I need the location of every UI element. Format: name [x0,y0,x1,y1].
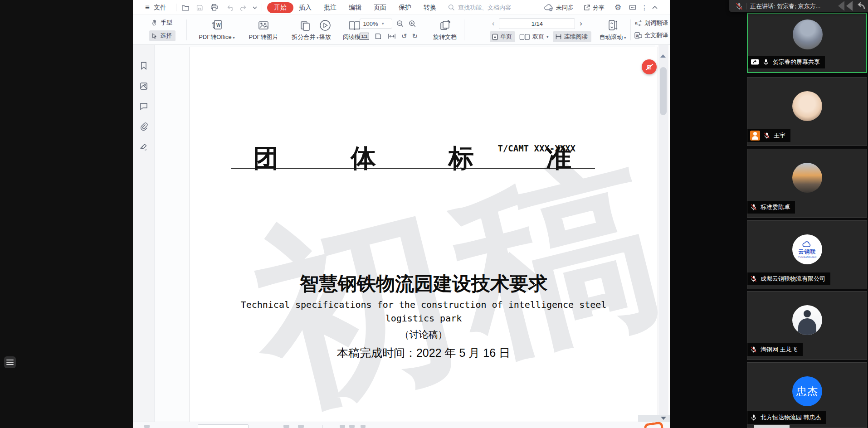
screen: ≡ 文件 开始 插入 批注 编辑 [0,0,868,428]
avatar: 忠杰 [792,376,822,406]
more-options-kebab-icon[interactable]: ⋮ [641,0,648,15]
save-icon[interactable] [195,0,204,15]
participant-tile[interactable]: 忠杰 北方恒达物流园 韩忠杰 [747,362,867,428]
scroll-down-arrow[interactable] [661,417,666,420]
feedback-comment-icon[interactable] [629,0,637,15]
pdf-to-office-button[interactable]: W PDF转Office ▾ [192,18,241,41]
redo-icon[interactable] [239,0,247,15]
desktop-black-strip [0,0,133,428]
rotate-cw-icon[interactable]: ↻ [412,32,418,40]
zoom-out-icon[interactable] [396,19,405,28]
avatar [792,163,822,193]
search-icon [448,4,455,11]
prev-page-icon[interactable]: ‹ [492,19,494,28]
bookmarks-icon[interactable] [139,61,148,70]
actual-size-button[interactable]: 1:1 [360,33,369,40]
screen-share-icon [751,58,759,66]
select-tool[interactable]: 选择 [149,30,176,41]
more-commands-chevron-icon[interactable] [252,0,258,15]
fit-page-icon[interactable] [374,32,382,40]
zoom-in-icon[interactable] [408,19,417,28]
participant-tile[interactable]: 贺宗春的屏幕共享 [747,13,867,73]
sync-status[interactable]: 未同步 [543,0,574,15]
file-menu[interactable]: 文件 [154,0,166,15]
view-mode-controls: 单页 双页▾ 连续阅读 [490,31,591,42]
hamburger-menu-icon[interactable]: ≡ [145,0,150,15]
meeting-panel: 正在讲话: 贺宗春; 京东方... 贺宗春的屏幕共 [670,0,868,428]
page-navigator: ‹ › [492,18,582,29]
rotate-document-button[interactable]: 旋转文档 [428,18,462,41]
document-viewport[interactable]: 初稿 团体标准 T/CAMT XXX-XXXX 智慧钢铁物流园建设技术要求 Te… [155,45,655,422]
tab-comment[interactable]: 批注 [324,0,336,15]
tab-edit[interactable]: 编辑 [349,0,361,15]
tab-protect[interactable]: 保护 [399,0,411,15]
full-translate-button[interactable]: a 全文翻译 [634,31,670,39]
mic-muted-icon [750,275,757,282]
thumbnails-icon[interactable] [139,82,148,91]
pdf-page: 初稿 团体标准 T/CAMT XXX-XXXX 智慧钢铁物流园建设技术要求 Te… [189,47,658,428]
toolbar: 手型 选择 W PDF转Office ▾ PDF转图片 拆分合并 ▾ [133,15,670,45]
participant-label: 标准委陈卓 [747,201,795,214]
banner-chevron-icon [846,1,853,11]
auto-scroll-button[interactable]: 自动滚动 ▾ [596,18,629,41]
participant-label: 王宇 [747,129,790,142]
next-page-icon[interactable]: › [580,19,582,28]
speaking-banner[interactable]: 正在讲话: 贺宗春; 京东方... [729,0,868,12]
avatar [793,19,823,49]
participant-label: 淘钢网 王龙飞 [747,343,803,356]
statusbar-fragment [349,425,355,428]
draft-note: （讨论稿） [190,328,658,341]
tab-convert[interactable]: 转换 [424,0,436,15]
hand-tool[interactable]: 手型 [151,19,172,27]
double-page-button[interactable]: 双页▾ [519,33,549,41]
participant-label: 北方恒达物流园 韩忠杰 [747,411,826,424]
document-title-en-line1: Technical specifications for the constru… [190,299,658,310]
fit-controls: 1:1 ↺ ↻ [360,32,418,40]
comments-panel-icon[interactable] [139,102,148,111]
share-button[interactable]: 分享 [583,0,605,15]
tab-home[interactable]: 开始 [267,0,293,15]
participant-tile[interactable]: 云钢联 YUNGANGLIAN 成都云钢联物流有限公司 [747,220,867,289]
play-button[interactable]: 播放 [313,18,337,41]
search-placeholder: 查找功能、文档内容 [458,4,511,12]
tab-insert[interactable]: 插入 [299,0,312,15]
continuous-read-button[interactable]: 连续阅读 [553,31,591,42]
participant-tile[interactable]: 淘钢网 王龙飞 [747,291,867,360]
single-page-button[interactable]: 单页 [490,31,515,42]
avatar: 云钢联 YUNGANGLIAN [792,234,822,264]
host-person-badge-icon [750,131,760,141]
page-indicator-input[interactable] [499,18,575,29]
attachment-icon[interactable] [139,122,148,131]
vertical-scrollbar-thumb[interactable] [660,67,667,115]
side-rail [133,45,155,428]
standard-code: T/CAMT XXX-XXXX [497,143,575,153]
pdf-to-image-button[interactable]: PDF转图片 [243,18,284,41]
collapse-toolbar-icon[interactable] [651,0,658,15]
search-input[interactable]: 查找功能、文档内容 [448,0,511,15]
mic-on-icon [762,58,770,66]
mic-muted-icon [750,204,757,211]
scroll-up-arrow[interactable] [660,54,666,58]
floating-assistant-badge[interactable]: E [642,59,657,74]
cloud-sync-icon [543,4,554,12]
statusbar-page-input[interactable] [198,424,249,428]
tab-page[interactable]: 页面 [374,0,386,15]
participant-tile[interactable]: 标准委陈卓 [747,149,867,218]
translate-group: a 划词翻译 a 全文翻译 [634,19,670,39]
rotate-ccw-icon[interactable]: ↺ [401,32,407,40]
banner-return-arrow-icon [854,1,866,11]
print-icon[interactable] [210,0,219,15]
participant-label: 贺宗春的屏幕共享 [748,56,825,68]
toolbar-expand-chevron[interactable]: › [667,30,670,41]
fit-width-icon[interactable] [387,33,396,40]
floating-notes-widget[interactable] [4,356,16,368]
open-file-icon[interactable] [181,0,190,15]
participant-tile[interactable]: 王宇 [747,77,867,146]
undo-icon[interactable] [226,0,234,15]
settings-gear-icon[interactable]: ⚙ [614,0,621,15]
zoom-level-value[interactable] [360,20,381,27]
statusbar-fragment [361,425,366,428]
signature-icon[interactable] [139,142,149,151]
zoom-level-combo[interactable]: ▾ [360,19,392,29]
word-translate-button[interactable]: a 划词翻译 [634,19,670,27]
